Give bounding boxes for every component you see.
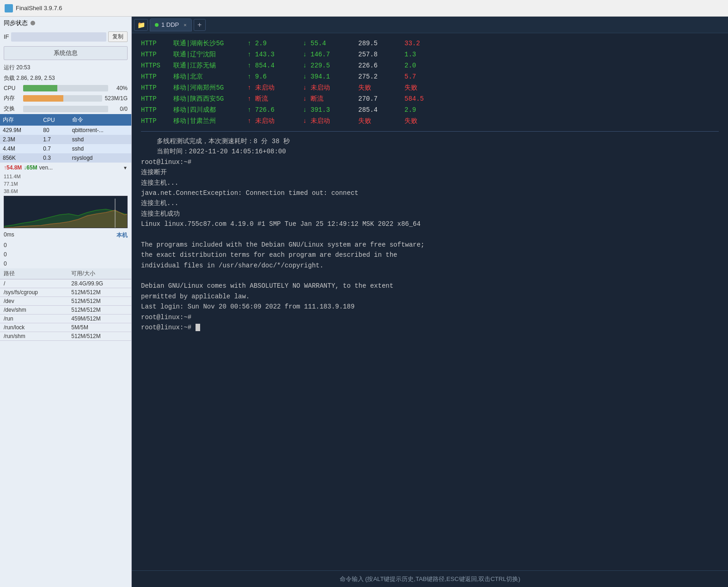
term-line-5: 连接主机...: [141, 178, 719, 188]
proc-cmd: qbittorrent-...: [69, 126, 131, 135]
ping-val-3: 0: [0, 259, 131, 268]
speed-isp: 联通|辽宁沈阳: [173, 50, 247, 59]
net-detail-3: 38.6M: [4, 188, 18, 194]
term-line-17: Last login: Sun Nov 20 00:56:09 2022 fro…: [141, 302, 719, 312]
swap-row: 交换 0/0: [0, 103, 131, 114]
term-line-prompt: root@linux:~#: [141, 322, 719, 333]
speed-jitter: 5.7: [404, 73, 441, 80]
cpu-label: CPU: [4, 85, 20, 91]
proc-mem: 429.9M: [0, 126, 40, 135]
uptime-row: 运行 20:53: [0, 62, 131, 73]
disk-row: /dev/shm 512M/512M: [0, 306, 131, 315]
speed-proto: HTTPS: [141, 62, 173, 69]
disk-path: /run/shm: [0, 332, 67, 341]
cpu-bar-container: [23, 85, 108, 91]
disk-col-size: 可用/大小: [67, 268, 131, 279]
proc-mem: 4.4M: [0, 144, 40, 153]
sidebar: 同步状态 IF 复制 系统信息 运行 20:53 负载 2.86, 2.89, …: [0, 17, 132, 587]
proc-col-mem: 内存: [0, 114, 40, 126]
proc-cpu: 0.7: [40, 144, 69, 153]
terminal-output[interactable]: 多线程测试完成，本次测速耗时：8 分 38 秒 当前时间：2022-11-20 …: [132, 134, 728, 570]
speed-up: ↑ 143.3: [247, 51, 303, 58]
speed-row: HTTP 联通|湖南长沙5G ↑ 2.9 ↓ 55.4 289.5 33.2: [141, 38, 719, 49]
speed-latency: 289.5: [358, 40, 404, 47]
divider: [141, 131, 719, 132]
tab-close-button[interactable]: ×: [184, 22, 186, 28]
add-tab-icon: +: [197, 21, 202, 29]
disk-path: /run/lock: [0, 323, 67, 332]
disk-row: / 28.4G/99.9G: [0, 279, 131, 288]
ip-row: IF 复制: [0, 30, 131, 44]
mem-bar: [23, 95, 63, 102]
disk-row: /run 459M/512M: [0, 315, 131, 323]
term-line-15: Debian GNU/Linux comes with ABSOLUTELY N…: [141, 281, 719, 291]
speed-down: ↓ 未启动: [303, 117, 358, 125]
term-line-2: 当前时间：2022-11-20 14:05:16+08:00: [141, 146, 719, 157]
speed-row: HTTP 移动|河南郑州5G ↑ 未启动 ↓ 未启动 失败 失败: [141, 82, 719, 93]
speed-down: ↓ 146.7: [303, 51, 358, 58]
disk-path: /dev: [0, 297, 67, 306]
speed-down: ↓ 未启动: [303, 84, 358, 92]
speed-up: ↑ 726.6: [247, 106, 303, 114]
term-line-12: the exact distribution terms for each pr…: [141, 250, 719, 260]
cpu-bar: [23, 85, 57, 91]
folder-icon: 📁: [137, 21, 145, 29]
net-detail-2: 77.1M: [4, 181, 18, 187]
tab-status-dot: [155, 23, 159, 27]
net-download: ↓65M: [24, 164, 37, 171]
disk-path: /: [0, 279, 67, 288]
speed-jitter: 2.9: [404, 106, 441, 114]
speed-latency: 270.7: [358, 95, 404, 103]
cmd-bar[interactable]: 命令输入 (按ALT键提示历史,TAB键路径,ESC键返回,双击CTRL切换): [132, 570, 728, 587]
term-line-7: 连接主机...: [141, 198, 719, 208]
disk-row: /dev 512M/512M: [0, 297, 131, 306]
add-tab-button[interactable]: +: [194, 19, 206, 31]
copy-button[interactable]: 复制: [108, 31, 128, 42]
network-chart-svg: [4, 196, 128, 228]
main-layout: 同步状态 IF 复制 系统信息 运行 20:53 负载 2.86, 2.89, …: [0, 17, 728, 587]
speed-jitter: 1.3: [404, 51, 441, 58]
proc-cpu: 0.3: [40, 153, 69, 163]
swap-bar-container: [23, 106, 108, 112]
ping-val-1: 0: [0, 241, 131, 250]
disk-row: /run/lock 5M/5M: [0, 323, 131, 332]
speed-up: ↑ 未启动: [247, 117, 303, 125]
speed-down: ↓ 391.3: [303, 106, 358, 114]
tab-label: 1 DDP: [161, 21, 179, 28]
speed-isp: 移动|四川成都: [173, 106, 247, 114]
network-chart: [4, 196, 128, 228]
term-line-8: 连接主机成功: [141, 209, 719, 219]
speed-isp: 移动|北京: [173, 73, 247, 81]
sync-row: 同步状态: [0, 17, 131, 30]
ping-local: 本机: [116, 231, 128, 239]
right-panel: 📁 1 DDP × + HTTP 联通|湖南长沙5G ↑ 2.9 ↓ 55.4 …: [132, 17, 728, 587]
proc-mem: 2.3M: [0, 135, 40, 144]
term-line-14: [141, 271, 719, 281]
sysinfo-button[interactable]: 系统信息: [4, 46, 128, 60]
ip-value-box: [11, 32, 106, 42]
term-line-16: permitted by applicable law.: [141, 291, 719, 302]
speed-latency: 失败: [358, 84, 404, 92]
disk-size: 512M/512M: [67, 306, 131, 315]
speed-isp: 联通|江苏无锡: [173, 61, 247, 70]
proc-cpu: 1.7: [40, 135, 69, 144]
speed-jitter: 失败: [404, 84, 441, 92]
cmdbar-label: 命令输入 (按ALT键提示历史,TAB键路径,ESC键返回,双击CTRL切换): [340, 575, 520, 583]
ip-label: IF: [4, 33, 9, 40]
ping-val-2: 0: [0, 250, 131, 259]
speed-jitter: 584.5: [404, 95, 441, 103]
active-tab[interactable]: 1 DDP ×: [150, 18, 192, 31]
net-dropdown-arrow[interactable]: ▼: [123, 165, 128, 170]
speed-down: ↓ 394.1: [303, 73, 358, 80]
speed-isp: 移动|陕西西安5G: [173, 95, 247, 103]
swap-value: 0/0: [111, 106, 128, 112]
net-upload: ↑54.8M: [4, 164, 22, 171]
disk-table: 路径 可用/大小 / 28.4G/99.9G /sys/fs/cgroup 51…: [0, 268, 131, 341]
folder-button[interactable]: 📁: [134, 19, 148, 31]
net-detail-1: 111.4M: [4, 174, 21, 179]
net-interface: ven...: [39, 164, 121, 171]
term-line-4: 连接断开: [141, 167, 719, 177]
speed-down: ↓ 断流: [303, 95, 358, 103]
disk-row: /sys/fs/cgroup 512M/512M: [0, 288, 131, 297]
speed-up: ↑ 2.9: [247, 40, 303, 47]
